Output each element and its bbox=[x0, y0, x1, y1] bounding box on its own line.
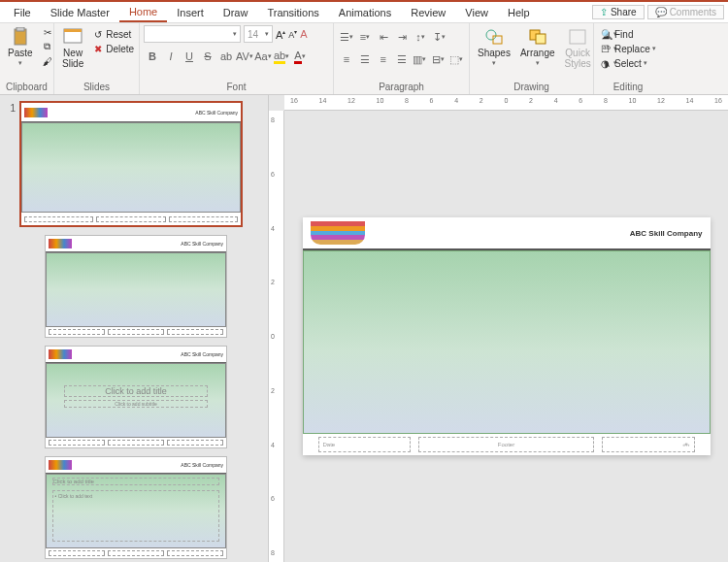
shapes-icon bbox=[484, 27, 504, 47]
pagenum-placeholder[interactable]: ‹#› bbox=[602, 437, 695, 452]
font-color-button[interactable]: A▾ bbox=[291, 48, 309, 65]
clipboard-icon bbox=[11, 27, 30, 47]
copy-button[interactable]: ⧉ bbox=[39, 40, 56, 53]
columns-button[interactable]: ▥▾ bbox=[411, 50, 428, 68]
svg-point-4 bbox=[486, 30, 496, 40]
delete-icon: ✖ bbox=[92, 43, 104, 54]
tab-draw[interactable]: Draw bbox=[214, 4, 258, 21]
tab-animations[interactable]: Animations bbox=[329, 4, 401, 21]
cursor-icon: ↖ bbox=[601, 57, 612, 69]
brush-icon: 🖌 bbox=[42, 55, 53, 67]
thumbnail-panel: 1 ABC Skill Company ABC Skill Company AB… bbox=[0, 95, 269, 562]
format-painter-button[interactable]: 🖌 bbox=[39, 54, 56, 68]
arrange-button[interactable]: Arrange▾ bbox=[516, 25, 559, 69]
vertical-ruler[interactable]: 864202468 bbox=[269, 111, 284, 562]
line-spacing-button[interactable]: ↕▾ bbox=[412, 28, 429, 46]
tab-insert[interactable]: Insert bbox=[167, 4, 214, 21]
shadow-button[interactable]: ab bbox=[217, 48, 235, 65]
clear-format-button[interactable]: A bbox=[300, 28, 307, 40]
justify-button[interactable]: ☰ bbox=[393, 50, 411, 68]
layout-thumbnail[interactable]: ABC Skill Company bbox=[45, 235, 227, 338]
delete-button[interactable]: ✖Delete bbox=[89, 42, 137, 55]
shapes-button[interactable]: Shapes▾ bbox=[474, 25, 514, 69]
align-center-button[interactable]: ☰ bbox=[356, 50, 374, 68]
increase-indent-button[interactable]: ⇥ bbox=[393, 28, 411, 46]
align-right-button[interactable]: ≡ bbox=[375, 50, 392, 68]
case-button[interactable]: Aa▾ bbox=[254, 48, 272, 65]
group-label: Slides bbox=[58, 81, 135, 94]
tab-transitions[interactable]: Transitions bbox=[257, 4, 328, 21]
comments-button[interactable]: 💬Comments bbox=[647, 5, 724, 19]
editor-area: 1614121086420246810121416 864202468 ABC … bbox=[269, 95, 728, 562]
menu-bar: File Slide Master Home Insert Draw Trans… bbox=[0, 2, 728, 23]
tab-view[interactable]: View bbox=[455, 4, 498, 21]
group-label: Drawing bbox=[474, 81, 589, 94]
layout-thumbnail[interactable]: ABC Skill Company Click to add title • C… bbox=[45, 456, 227, 559]
font-size-select[interactable]: 14▾ bbox=[244, 25, 273, 43]
highlight-button[interactable]: ab▾ bbox=[273, 48, 290, 65]
text-direction-button[interactable]: ↧▾ bbox=[430, 28, 447, 46]
paste-button[interactable]: Paste ▾ bbox=[4, 25, 37, 69]
align-text-button[interactable]: ⊟▾ bbox=[429, 50, 447, 68]
logo-icon bbox=[49, 239, 72, 248]
svg-rect-5 bbox=[493, 36, 502, 44]
new-slide-icon bbox=[63, 27, 83, 47]
svg-rect-8 bbox=[570, 30, 585, 44]
ribbon: Paste ▾ ✂ ⧉ 🖌 Clipboard New Slide ↺Reset… bbox=[0, 23, 728, 95]
italic-button[interactable]: I bbox=[162, 48, 180, 65]
font-family-select[interactable]: ▾ bbox=[144, 25, 241, 43]
horizontal-ruler[interactable]: 1614121086420246810121416 bbox=[284, 95, 728, 111]
reset-icon: ↺ bbox=[92, 28, 104, 40]
find-button[interactable]: 🔍Find bbox=[598, 27, 659, 41]
select-button[interactable]: ↖Select▾ bbox=[598, 56, 659, 70]
quick-styles-button[interactable]: Quick Styles bbox=[561, 25, 595, 71]
slide-body[interactable] bbox=[303, 250, 711, 434]
date-placeholder[interactable]: Date bbox=[318, 437, 412, 452]
group-label: Clipboard bbox=[4, 81, 50, 94]
tab-help[interactable]: Help bbox=[498, 4, 540, 21]
styles-icon bbox=[568, 27, 587, 47]
new-slide-button[interactable]: New Slide bbox=[58, 25, 87, 71]
underline-button[interactable]: U bbox=[181, 48, 198, 65]
strike-button[interactable]: S bbox=[199, 48, 216, 65]
tab-home[interactable]: Home bbox=[119, 3, 167, 22]
master-thumbnail[interactable]: ABC Skill Company bbox=[19, 101, 243, 227]
tab-file[interactable]: File bbox=[4, 4, 41, 21]
group-label: Font bbox=[144, 81, 329, 94]
tab-slide-master[interactable]: Slide Master bbox=[41, 4, 119, 21]
logo-icon bbox=[24, 108, 48, 117]
scissors-icon: ✂ bbox=[42, 26, 53, 38]
layout-thumbnail[interactable]: ABC Skill Company Click to add title Cli… bbox=[45, 346, 227, 448]
search-icon: 🔍 bbox=[601, 28, 612, 40]
smartart-button[interactable]: ⬚▾ bbox=[447, 50, 465, 68]
cut-button[interactable]: ✂ bbox=[39, 25, 56, 39]
slide-canvas[interactable]: ABC Skill Company Date Footer ‹#› bbox=[303, 217, 711, 455]
replace-button[interactable]: ᵃᵇReplace▾ bbox=[598, 42, 659, 55]
decrease-font-button[interactable]: A▾ bbox=[288, 28, 297, 40]
slide-number: 1 bbox=[4, 101, 16, 114]
increase-font-button[interactable]: A▴ bbox=[276, 28, 285, 41]
svg-rect-1 bbox=[17, 27, 24, 31]
company-label: ABC Skill Company bbox=[630, 229, 703, 238]
spacing-button[interactable]: AV▾ bbox=[236, 48, 253, 65]
svg-rect-7 bbox=[536, 34, 546, 44]
decrease-indent-button[interactable]: ⇤ bbox=[375, 28, 392, 46]
svg-rect-3 bbox=[64, 29, 82, 32]
bold-button[interactable]: B bbox=[144, 48, 161, 65]
copy-icon: ⧉ bbox=[42, 41, 53, 52]
replace-icon: ᵃᵇ bbox=[601, 43, 612, 54]
bullets-button[interactable]: ☰▾ bbox=[338, 28, 355, 46]
arrange-icon bbox=[528, 27, 547, 47]
logo-icon bbox=[49, 349, 72, 359]
tab-review[interactable]: Review bbox=[401, 4, 455, 21]
logo-icon bbox=[311, 221, 365, 245]
group-label: Paragraph bbox=[338, 81, 465, 94]
share-button[interactable]: ⇪Share bbox=[592, 5, 645, 19]
reset-button[interactable]: ↺Reset bbox=[89, 27, 137, 41]
align-left-button[interactable]: ≡ bbox=[338, 50, 355, 68]
footer-placeholder[interactable]: Footer bbox=[418, 437, 594, 452]
logo-icon bbox=[49, 460, 72, 470]
group-label: Editing bbox=[598, 81, 658, 94]
numbering-button[interactable]: ≡▾ bbox=[356, 28, 374, 46]
